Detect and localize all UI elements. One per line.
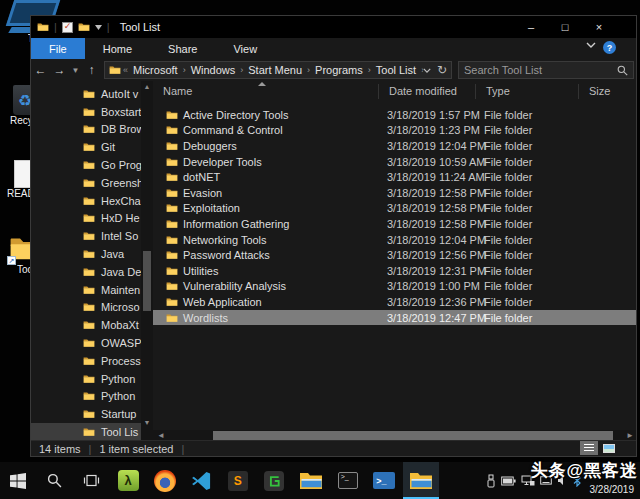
breadcrumb-separator-icon[interactable]: › (366, 65, 373, 75)
column-header[interactable]: Name (153, 84, 379, 99)
folder-icon (83, 196, 95, 206)
column-header[interactable]: Size (579, 84, 636, 99)
tree-item[interactable]: AutoIt v (31, 85, 141, 103)
task-view-button[interactable] (73, 462, 110, 499)
table-row[interactable]: Debuggers 3/18/2019 12:04 PM File folder (153, 138, 636, 154)
tree-item[interactable]: Java (31, 245, 141, 263)
breadcrumb-separator-icon[interactable]: › (238, 65, 245, 75)
tree-item[interactable]: OWASP (31, 334, 141, 352)
large-icons-view-button[interactable] (600, 441, 618, 455)
tree-item[interactable]: MobaXt (31, 316, 141, 334)
help-icon[interactable]: ? (603, 41, 616, 54)
scroll-up-arrow-icon[interactable]: ▲ (141, 81, 153, 92)
table-row[interactable]: Command & Control 3/18/2019 1:23 PM File… (153, 123, 636, 139)
recent-locations-chevron-icon[interactable]: ▼ (69, 66, 82, 75)
separator: | (107, 21, 110, 33)
taskbar-file-explorer-active-button[interactable] (403, 462, 440, 499)
taskbar-firefox-button[interactable] (146, 462, 183, 499)
table-row[interactable]: Wordlists 3/18/2019 12:47 PM File folder (153, 310, 636, 326)
back-button[interactable]: ← (31, 63, 50, 77)
file-type: File folder (476, 265, 579, 277)
ribbon-tab[interactable]: View (215, 38, 275, 59)
tree-item[interactable]: Java De (31, 263, 141, 281)
taskbar-greenshot-button[interactable] (256, 462, 293, 499)
forward-button[interactable]: → (50, 63, 69, 77)
up-button[interactable]: ↑ (82, 63, 101, 77)
tree-scrollbar[interactable]: ▲ ▼ (141, 81, 153, 440)
minimize-button[interactable]: – (514, 16, 548, 38)
breadcrumb-separator-icon[interactable]: › (181, 65, 188, 75)
tree-item[interactable]: Python (31, 388, 141, 406)
column-header[interactable]: Type (476, 84, 579, 99)
search-icon[interactable] (617, 65, 628, 76)
taskbar-powershell-button[interactable]: >_ (366, 462, 403, 499)
table-row[interactable]: Password Attacks 3/18/2019 12:56 PM File… (153, 247, 636, 263)
breadcrumb-item[interactable]: Windows (188, 64, 239, 76)
refresh-icon[interactable]: ↻ (437, 63, 447, 77)
close-button[interactable]: × (582, 16, 616, 38)
tree-item[interactable]: Boxstart (31, 103, 141, 121)
breadcrumb-item[interactable]: Programs (312, 64, 366, 76)
table-row[interactable]: Active Directory Tools 3/18/2019 1:57 PM… (153, 107, 636, 123)
breadcrumb-item[interactable]: Tool List (373, 64, 419, 76)
address-dropdown-chevron-icon[interactable] (423, 68, 431, 73)
taskbar-file-explorer-button[interactable] (293, 462, 330, 499)
table-row[interactable]: Evasion 3/18/2019 12:58 PM File folder (153, 185, 636, 201)
folder-icon (83, 107, 95, 117)
taskbar-sublime-button[interactable]: S (220, 462, 257, 499)
battery-icon[interactable] (501, 476, 516, 486)
tree-item[interactable]: Intel So (31, 227, 141, 245)
tree-item[interactable]: HexCha (31, 192, 141, 210)
table-row[interactable]: Information Gathering 3/18/2019 12:58 PM… (153, 216, 636, 232)
scrollbar-thumb[interactable] (143, 251, 151, 311)
tree-item[interactable]: Greensh (31, 174, 141, 192)
customize-quick-access-chevron-icon[interactable] (95, 25, 102, 30)
breadcrumb: Microsoft›Windows›Start Menu›Programs›To… (130, 64, 423, 76)
folder-icon (166, 157, 178, 167)
expand-ribbon-chevron-icon[interactable] (586, 42, 596, 48)
scroll-down-arrow-icon[interactable]: ▼ (141, 417, 153, 428)
table-row[interactable]: dotNET 3/18/2019 11:24 AM File folder (153, 169, 636, 185)
tree-item[interactable]: Startup (31, 405, 141, 423)
search-input[interactable] (464, 64, 617, 76)
scrollbar-thumb[interactable] (213, 431, 613, 440)
tree-item[interactable]: Microso (31, 299, 141, 317)
table-row[interactable]: Web Application 3/18/2019 12:36 PM File … (153, 294, 636, 310)
properties-icon[interactable] (62, 22, 73, 33)
tree-item[interactable]: Mainten (31, 281, 141, 299)
address-bar[interactable]: « Microsoft›Windows›Start Menu›Programs›… (104, 61, 452, 79)
ribbon-tab[interactable]: File (31, 38, 85, 59)
tray-date[interactable]: 3/28/2019 (590, 484, 635, 495)
taskbar-vscode-button[interactable] (183, 462, 220, 499)
tree-item[interactable]: Go Prog (31, 156, 141, 174)
search-box[interactable] (458, 61, 634, 79)
start-button[interactable] (0, 462, 37, 499)
details-view-button[interactable] (580, 441, 598, 455)
tree-item[interactable]: HxD He (31, 210, 141, 228)
breadcrumb-separator-icon[interactable]: › (305, 65, 312, 75)
taskbar-cmder-button[interactable]: λ (110, 462, 147, 499)
tree-item[interactable]: Python (31, 370, 141, 388)
ribbon-tab[interactable]: Share (150, 38, 215, 59)
tree-item[interactable]: Process (31, 352, 141, 370)
usb-icon[interactable] (486, 474, 496, 488)
table-row[interactable]: Networking Tools 3/18/2019 12:04 PM File… (153, 232, 636, 248)
taskbar-search-button[interactable] (37, 462, 74, 499)
tree-item[interactable]: DB Brow (31, 121, 141, 139)
file-type: File folder (476, 234, 579, 246)
taskbar-command-prompt-button[interactable]: >_ (329, 462, 366, 499)
breadcrumb-item[interactable]: Microsoft (130, 64, 181, 76)
table-row[interactable]: Exploitation 3/18/2019 12:58 PM File fol… (153, 201, 636, 217)
column-header[interactable]: Date modified (379, 84, 476, 99)
breadcrumb-overflow-icon[interactable]: « (123, 65, 128, 75)
new-folder-icon[interactable] (78, 22, 90, 32)
breadcrumb-item[interactable]: Start Menu (245, 64, 305, 76)
table-row[interactable]: Developer Tools 3/18/2019 10:59 AM File … (153, 154, 636, 170)
ribbon-tab[interactable]: Home (85, 38, 150, 59)
table-row[interactable]: Utilities 3/18/2019 12:31 PM File folder (153, 263, 636, 279)
table-row[interactable]: Vulnerability Analysis 3/18/2019 1:00 PM… (153, 279, 636, 295)
tree-item[interactable]: Git (31, 138, 141, 156)
folder-icon (83, 267, 95, 277)
maximize-button[interactable]: □ (548, 16, 582, 38)
tree-item[interactable]: Tool Lis (31, 423, 141, 440)
